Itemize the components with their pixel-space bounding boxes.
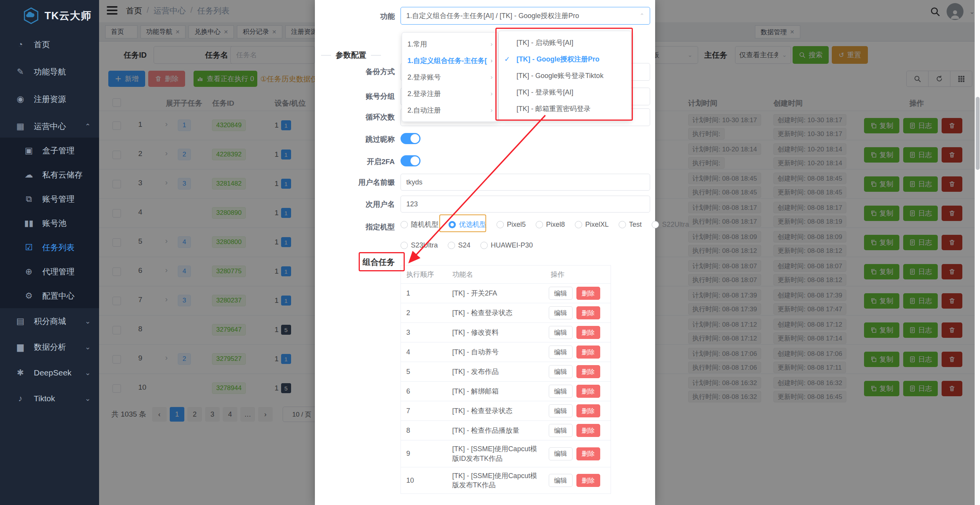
combo-delete-button[interactable]: 删除	[576, 306, 600, 319]
combo-delete-button[interactable]: 删除	[576, 424, 600, 437]
function-select[interactable]: 1.自定义组合任务-主任务[AI] / [TK] - Google授权注册Pro…	[401, 7, 650, 25]
combo-delete-button[interactable]: 删除	[576, 474, 600, 487]
combo-edit-button[interactable]: 编辑	[549, 474, 573, 487]
cascade-item[interactable]: 1.自定义组合任务-主任务[AI] ›	[402, 52, 498, 69]
logo-cloud-icon	[22, 7, 40, 25]
combo-delete-button[interactable]: 删除	[576, 287, 600, 300]
username-prefix-label: 用户名前缀	[329, 178, 395, 188]
sidebar-subitem[interactable]: ▣ 盒子管理	[0, 138, 99, 163]
cascade-item[interactable]: 2.登录注册 ›	[402, 85, 498, 102]
combo-order: 10	[401, 473, 447, 488]
sidebar-item-label: Tiktok	[34, 394, 55, 403]
sidebar-subitem-label: 私有云储存	[42, 169, 83, 180]
sidebar-subitem[interactable]: ☑ 任务列表	[0, 235, 99, 260]
combo-edit-button[interactable]: 编辑	[549, 326, 573, 339]
combo-delete-button[interactable]: 删除	[576, 385, 600, 398]
sidebar-item[interactable]: ✱ DeepSeek ⌄	[0, 360, 99, 385]
combo-edit-button[interactable]: 编辑	[549, 404, 573, 417]
combo-edit-button[interactable]: 编辑	[549, 385, 573, 398]
chevron-right-icon: ›	[490, 106, 493, 114]
combo-delete-button[interactable]: 删除	[576, 346, 600, 359]
cascade-option[interactable]: ✓ [TK] - 启动账号[AI]	[499, 34, 631, 51]
sidebar-subitem[interactable]: ⚙ 配置中心	[0, 284, 99, 308]
cascade-item[interactable]: 2.自动注册 ›	[402, 102, 498, 118]
combo-task-name: [TK] - 开关2FA	[447, 285, 545, 302]
combo-task-name: [TK] - 修改资料	[447, 324, 545, 341]
sidebar-item[interactable]: ✎ 功能导航	[0, 60, 99, 84]
chevron-right-icon: ›	[490, 90, 493, 98]
combo-order: 9	[401, 446, 447, 462]
skip-nickname-toggle[interactable]	[401, 133, 420, 144]
combo-edit-button[interactable]: 编辑	[549, 424, 573, 437]
chevron-down-icon: ⌄	[85, 343, 91, 351]
combo-edit-button[interactable]: 编辑	[549, 365, 573, 378]
enable-2fa-toggle[interactable]	[401, 155, 420, 166]
scrollbar-thumb[interactable]	[976, 97, 980, 170]
device-model-radio[interactable]: Test	[619, 221, 642, 229]
device-model-radio[interactable]: 随机机型	[401, 220, 439, 229]
cascade-item[interactable]: 2.登录账号 ›	[402, 69, 498, 85]
combo-delete-button[interactable]: 删除	[576, 404, 600, 417]
sidebar-item[interactable]: ▆ 数据分析 ⌄	[0, 335, 99, 359]
cascade-option[interactable]: ✓ [TK] - Google授权注册Pro	[499, 51, 631, 67]
sidebar-subitem[interactable]: ▮▮ 账号池	[0, 211, 99, 236]
username-prefix-input[interactable]: tkyds	[401, 174, 650, 191]
app-logo: TK云大师	[0, 0, 99, 25]
combo-edit-button[interactable]: 编辑	[549, 306, 573, 319]
radio-icon	[619, 221, 626, 228]
combo-row: 7 [TK] - 检查登录状态 编辑 删除	[401, 401, 611, 421]
chevron-right-icon: ›	[490, 57, 493, 65]
sidebar-item[interactable]: ▤ 积分商城 ⌄	[0, 309, 99, 334]
sidebar-item-label: 积分商城	[34, 316, 66, 327]
sidebar-subitem[interactable]: ⧉ 账号管理	[0, 187, 99, 211]
radio-icon	[449, 221, 456, 228]
sidebar-item[interactable]: ◉ 注册资源	[0, 87, 99, 111]
combo-delete-button[interactable]: 删除	[576, 447, 600, 460]
secondary-username-input[interactable]: 123	[401, 196, 650, 213]
sidebar-subitem[interactable]: ☁ 私有云储存	[0, 163, 99, 187]
device-model-radio[interactable]: PixelXL	[575, 221, 609, 229]
cascade-item[interactable]: 1.常用 ›	[402, 36, 498, 52]
chevron-down-icon: ⌄	[85, 394, 91, 403]
combo-delete-button[interactable]: 删除	[576, 326, 600, 339]
combo-edit-button[interactable]: 编辑	[549, 346, 573, 359]
sidebar-item-icon: ◔	[15, 40, 26, 50]
cascade-option[interactable]: ✓ [TK] - Google账号登录Tiktok	[499, 67, 631, 84]
combo-order: 2	[401, 305, 447, 321]
sidebar-item-icon: ◉	[15, 94, 26, 104]
radio-icon	[652, 221, 659, 228]
loop-count-label: 循环次数	[329, 112, 395, 122]
secondary-username-label: 次用户名	[329, 199, 395, 209]
device-model-radio[interactable]: HUAWEI-P30	[480, 241, 533, 249]
page-scrollbar[interactable]	[975, 0, 980, 505]
combo-task-name: [TK] - 发布作品	[447, 363, 545, 380]
sidebar-item-label: 功能导航	[34, 66, 66, 77]
device-model-radio[interactable]: S24	[448, 241, 470, 249]
combo-delete-button[interactable]: 删除	[576, 365, 600, 378]
section-divider: 参数配置	[321, 50, 381, 60]
combo-row: 6 [TK] - 解绑邮箱 编辑 删除	[401, 382, 611, 401]
combo-edit-button[interactable]: 编辑	[549, 447, 573, 460]
combo-row: 10 [TK] - [SSME]使用Capcut模版发布TK作品 编辑 删除	[401, 467, 611, 494]
device-model-radio[interactable]: S23Ultra	[401, 241, 438, 249]
sidebar-subitem-icon: ☑	[23, 243, 35, 252]
sidebar-subitem[interactable]: ⊕ 代理管理	[0, 259, 99, 284]
sidebar-item[interactable]: ▦ 运营中心 ⌃	[0, 114, 99, 139]
combo-order: 8	[401, 423, 447, 439]
sidebar-item-icon: ▤	[15, 316, 26, 326]
combo-task-name: [TK] - [SSME]使用Capcut模版发布TK作品	[447, 467, 545, 494]
device-model-radio[interactable]: S22Ultra	[652, 221, 689, 229]
chevron-up-icon: ⌃	[639, 12, 644, 19]
device-model-radio[interactable]: Pixel8	[536, 221, 565, 229]
combo-order: 3	[401, 325, 447, 341]
sidebar-item-label: DeepSeek	[34, 368, 71, 377]
sidebar-item-icon: ✱	[15, 368, 26, 378]
device-model-radio[interactable]: 优选机型	[449, 220, 487, 229]
cascade-option[interactable]: ✓ [TK] - 邮箱重置密码登录	[499, 100, 631, 117]
cascade-menu-level2: ✓ [TK] - 启动账号[AI] ✓ [TK] - Google授权注册Pro…	[498, 31, 631, 120]
combo-edit-button[interactable]: 编辑	[549, 287, 573, 300]
sidebar-item[interactable]: ◔ 首页	[0, 32, 99, 57]
sidebar-item[interactable]: ♪ Tiktok ⌄	[0, 386, 99, 411]
cascade-option[interactable]: ✓ [TK] - 登录账号[AI]	[499, 84, 631, 100]
device-model-radio[interactable]: Pixel5	[497, 221, 526, 229]
